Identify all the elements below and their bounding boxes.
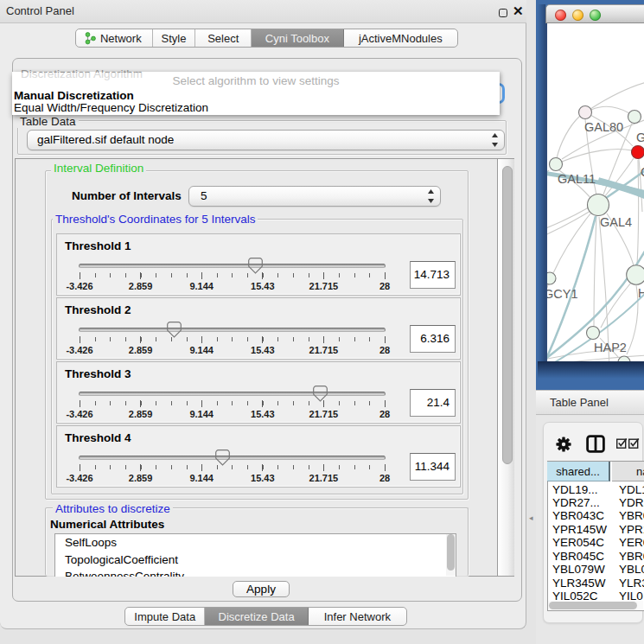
- svg-text:GAL11: GAL11: [558, 172, 596, 186]
- svg-text:C: C: [641, 165, 644, 179]
- svg-text:GAL80: GAL80: [584, 120, 623, 134]
- svg-text:HAP2: HAP2: [594, 341, 627, 354]
- svg-text:GAL4: GAL4: [600, 215, 632, 229]
- svg-text:GAL7: GAL7: [636, 131, 644, 144]
- svg-text:GCY1: GCY1: [547, 287, 578, 301]
- svg-text:H: H: [638, 286, 644, 300]
